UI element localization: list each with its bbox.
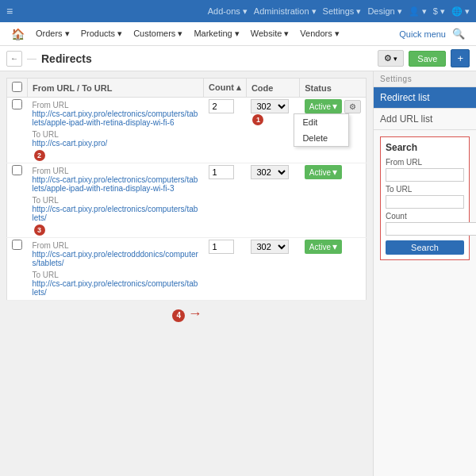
website-menu[interactable]: Website ▾	[246, 25, 294, 42]
row2-checkbox[interactable]	[12, 165, 22, 175]
save-button[interactable]: Save	[409, 51, 446, 67]
to-url-label: To URL	[33, 130, 199, 139]
search-panel: Search From URL To URL Count Search	[380, 136, 470, 260]
action-dropdown: Edit Delete	[294, 113, 349, 147]
language-menu[interactable]: 🌐 ▾	[451, 6, 470, 17]
row1-from-url: http://cs-cart.pixy.pro/electronics/comp…	[33, 109, 199, 127]
row3-code-select[interactable]: 302301	[251, 240, 289, 254]
row3-code-cell: 302301	[246, 238, 299, 301]
from-url-search-label: From URL	[386, 158, 464, 167]
row2-status-button[interactable]: Active ▾	[305, 165, 342, 179]
back-button[interactable]: ←	[6, 51, 22, 67]
to-url-label2: To URL	[33, 196, 199, 205]
to-url-search-input[interactable]	[386, 195, 464, 209]
add-url-list-tab[interactable]: Add URL list	[374, 109, 476, 130]
design-menu[interactable]: Design ▾	[367, 6, 401, 17]
top-nav-bar: ≡ Add-ons ▾ Administration ▾ Settings ▾ …	[0, 0, 476, 22]
row3-url-cell: From URL http://cs-cart.pixy.pro/electro…	[28, 238, 204, 301]
to-url-label3: To URL	[33, 271, 199, 279]
from-url-label: From URL	[33, 101, 199, 109]
settings-header: Settings	[374, 71, 476, 87]
row3-count-input[interactable]	[209, 240, 234, 254]
user-menu[interactable]: 👤 ▾	[409, 6, 427, 17]
page-title: Redirects	[41, 52, 373, 65]
row3-to-url: http://cs-cart.pixy.pro/electronics/comp…	[33, 279, 199, 297]
customers-menu[interactable]: Customers ▾	[129, 25, 187, 42]
edit-action[interactable]: Edit	[294, 114, 348, 130]
annotation-1: 1	[252, 114, 263, 125]
table-row: From URL http://cs-cart.pixy.pro/electro…	[7, 238, 367, 301]
url-column-header: From URL / To URL	[28, 79, 204, 98]
quick-menu[interactable]: Quick menu	[399, 29, 446, 39]
annotation-4: 4	[172, 309, 185, 322]
vendors-menu[interactable]: Vendors ▾	[295, 25, 344, 42]
row3-checkbox[interactable]	[12, 240, 22, 250]
row1-code-select[interactable]: 302301	[251, 99, 289, 113]
row3-from-url: http://cs-cart.pixy.pro/electrodddonics/…	[33, 250, 199, 267]
row2-code-cell: 302301	[246, 163, 299, 238]
delete-action[interactable]: Delete	[294, 130, 348, 146]
count-column-header: Count ▴	[204, 79, 247, 98]
row1-gear-button[interactable]: ⚙	[344, 100, 361, 113]
annotation-2: 2	[34, 150, 45, 161]
annotation-3: 3	[34, 225, 45, 236]
row2-checkbox-cell	[7, 163, 28, 238]
redirects-table: From URL / To URL Count ▴ Code Status Fr…	[6, 78, 367, 301]
row2-code-select[interactable]: 302301	[251, 165, 289, 179]
page-header: ← — Redirects ⚙ ▾ Save +	[0, 46, 476, 71]
search-button[interactable]: Search	[386, 240, 464, 255]
row2-status-cell: Active ▾	[300, 163, 367, 238]
row3-status-button[interactable]: Active ▾	[305, 240, 342, 254]
from-url-label2: From URL	[33, 167, 199, 175]
to-url-search-label: To URL	[386, 185, 464, 194]
row1-url-cell: From URL http://cs-cart.pixy.pro/electro…	[28, 98, 204, 163]
row2-to-url: http://cs-cart.pixy.pro/electronics/comp…	[33, 205, 199, 222]
secondary-nav: 🏠 Orders ▾ Products ▾ Customers ▾ Market…	[0, 22, 476, 46]
main-content: From URL / To URL Count ▴ Code Status Fr…	[0, 71, 476, 476]
home-icon[interactable]: 🏠	[6, 28, 29, 40]
row3-status-cell: Active ▾	[300, 238, 367, 301]
left-panel: From URL / To URL Count ▴ Code Status Fr…	[0, 71, 373, 476]
row2-count-cell	[204, 163, 247, 238]
administration-menu[interactable]: Administration ▾	[254, 6, 317, 17]
search-icon[interactable]: 🔍	[447, 28, 470, 40]
currency-menu[interactable]: $ ▾	[433, 6, 445, 17]
table-row: From URL http://cs-cart.pixy.pro/electro…	[7, 163, 367, 238]
addons-menu[interactable]: Add-ons ▾	[208, 6, 248, 17]
gear-settings-button[interactable]: ⚙ ▾	[378, 50, 404, 67]
redirect-list-tab[interactable]: Redirect list	[374, 87, 476, 109]
annotation-4-area: 4 →	[6, 305, 367, 322]
row1-checkbox[interactable]	[12, 99, 22, 109]
row1-status-button[interactable]: Active ▾	[305, 99, 342, 113]
row1-code-cell: 302301 1 Edit Delete	[246, 98, 299, 163]
right-sidebar: Settings Redirect list Add URL list Sear…	[373, 71, 476, 476]
row1-to-url: http://cs-cart.pixy.pro/	[33, 139, 199, 148]
add-redirect-button[interactable]: +	[451, 49, 470, 67]
row2-from-url: http://cs-cart.pixy.pro/electronics/comp…	[33, 175, 199, 193]
products-menu[interactable]: Products ▾	[76, 25, 127, 42]
breadcrumb-separator: —	[27, 53, 36, 64]
row3-count-cell	[204, 238, 247, 301]
table-row: From URL http://cs-cart.pixy.pro/electro…	[7, 98, 367, 163]
code-column-header: Code	[246, 79, 299, 98]
row1-count-input[interactable]	[209, 99, 234, 113]
count-search-label: Count	[386, 212, 464, 221]
row1-count-cell	[204, 98, 247, 163]
marketing-menu[interactable]: Marketing ▾	[189, 25, 244, 42]
row3-checkbox-cell	[7, 238, 28, 301]
row2-url-cell: From URL http://cs-cart.pixy.pro/electro…	[28, 163, 204, 238]
status-column-header: Status	[300, 79, 367, 98]
brand-icon[interactable]: ≡	[6, 5, 13, 17]
row2-count-input[interactable]	[209, 165, 234, 179]
count-search-row	[386, 222, 464, 236]
row1-checkbox-cell	[7, 98, 28, 163]
from-url-label3: From URL	[33, 241, 199, 250]
select-all-checkbox[interactable]	[12, 82, 22, 92]
count-search-input[interactable]	[386, 222, 476, 236]
settings-menu[interactable]: Settings ▾	[323, 6, 362, 17]
orders-menu[interactable]: Orders ▾	[31, 25, 75, 42]
select-all-header	[7, 79, 28, 98]
arrow-right-icon: →	[188, 305, 202, 321]
from-url-search-input[interactable]	[386, 168, 464, 182]
search-panel-title: Search	[386, 142, 464, 153]
